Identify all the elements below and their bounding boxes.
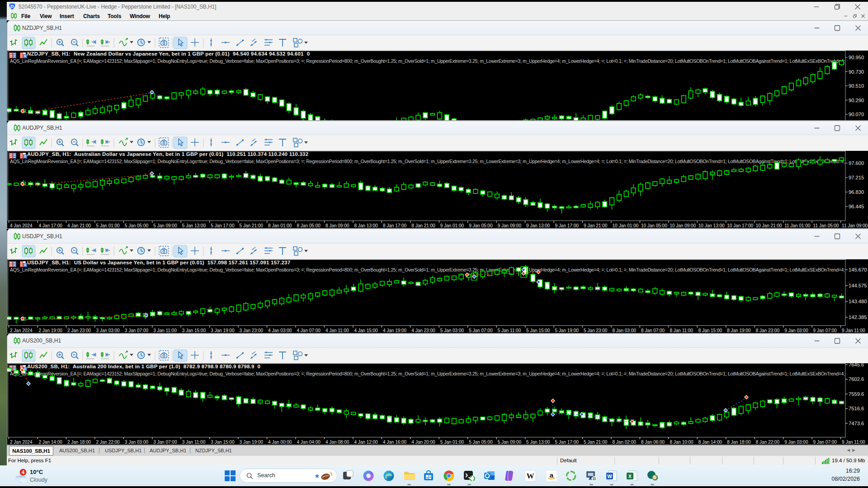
svg-text:8 Jan 17:00: 8 Jan 17:00: [383, 223, 407, 228]
svg-text:90.730: 90.730: [849, 69, 864, 75]
svg-text:2 Jan 22:00: 2 Jan 22:00: [96, 440, 120, 445]
svg-text:3 Jan 07:00: 3 Jan 07:00: [125, 328, 149, 333]
svg-text:4 Jan 12:00: 4 Jan 12:00: [354, 440, 378, 445]
svg-text:9 Jan 09:00: 9 Jan 09:00: [498, 223, 522, 228]
svg-text:5 Jan 13:00: 5 Jan 13:00: [526, 440, 550, 445]
svg-text:X: X: [628, 474, 632, 479]
svg-text:11 Jan 05:00: 11 Jan 05:00: [813, 223, 840, 228]
svg-text:4 Jan 19:00: 4 Jan 19:00: [383, 328, 407, 333]
svg-text:8 Jan 09:00: 8 Jan 09:00: [326, 223, 349, 228]
svg-text:S: S: [653, 475, 656, 480]
svg-text:4 Jan 17:00: 4 Jan 17:00: [39, 223, 63, 228]
svg-text:90.290: 90.290: [849, 98, 864, 103]
svg-text:4 Jan 21:00: 4 Jan 21:00: [67, 223, 91, 228]
svg-text:4 Jan 08:00: 4 Jan 08:00: [326, 440, 349, 445]
svg-text:8 Jan 11:00: 8 Jan 11:00: [670, 328, 693, 333]
svg-text:2 Jan 19:00: 2 Jan 19:00: [39, 328, 63, 333]
svg-text:11 Jan 01:00: 11 Jan 01:00: [784, 223, 811, 228]
svg-text:3 Jan 11:00: 3 Jan 11:00: [153, 328, 177, 333]
svg-text:4 Jan 07:00: 4 Jan 07:00: [297, 328, 321, 333]
svg-text:5 Jan 13:00: 5 Jan 13:00: [182, 223, 206, 228]
svg-text:4: 4: [22, 469, 25, 475]
svg-text:8 Jan 23:00: 8 Jan 23:00: [756, 328, 780, 333]
svg-text:10 Jan 13:00: 10 Jan 13:00: [698, 223, 725, 228]
svg-text:8 Jan 02:00: 8 Jan 02:00: [613, 440, 637, 445]
svg-text:97.215: 97.215: [849, 175, 864, 180]
svg-text:9 Jan 07:00: 9 Jan 07:00: [813, 328, 837, 333]
svg-text:2 Jan 14:00: 2 Jan 14:00: [39, 440, 63, 445]
svg-text:10 Jan 21:00: 10 Jan 21:00: [756, 223, 782, 228]
svg-text:90.510: 90.510: [849, 83, 864, 89]
svg-text:8 Jan 15:00: 8 Jan 15:00: [698, 328, 722, 333]
svg-text:9 Jan 11:00: 9 Jan 11:00: [842, 440, 865, 445]
svg-text:4 Jan 03:00: 4 Jan 03:00: [268, 328, 292, 333]
svg-text:3 Jan 19:00: 3 Jan 19:00: [240, 440, 264, 445]
svg-text:9 Jan 13:00: 9 Jan 13:00: [526, 223, 550, 228]
svg-text:2 Jan 23:00: 2 Jan 23:00: [67, 328, 91, 333]
svg-text:96.445: 96.445: [849, 204, 864, 209]
svg-text:90.070: 90.070: [849, 112, 864, 117]
svg-text:3 Jan 19:00: 3 Jan 19:00: [211, 328, 235, 333]
svg-text:W: W: [527, 472, 534, 480]
svg-text:4 Jan 15:00: 4 Jan 15:00: [354, 328, 378, 333]
svg-text:4 Jan 04:00: 4 Jan 04:00: [297, 440, 321, 445]
svg-text:4 Jan 11:00: 4 Jan 11:00: [326, 328, 349, 333]
svg-text:3 Jan 03:00: 3 Jan 03:00: [96, 328, 120, 333]
svg-text:4 Jan 16:00: 4 Jan 16:00: [383, 440, 407, 445]
svg-text:2 Jan 2024: 2 Jan 2024: [10, 440, 33, 445]
svg-text:10 Jan 05:00: 10 Jan 05:00: [641, 223, 667, 228]
svg-text:3 Jan 07:00: 3 Jan 07:00: [153, 440, 177, 445]
svg-text:5 Jan 09:00: 5 Jan 09:00: [153, 223, 177, 228]
svg-text:9 Jan 03:00: 9 Jan 03:00: [784, 328, 808, 333]
svg-text:9 Jan 21:00: 9 Jan 21:00: [584, 223, 608, 228]
svg-text:5 Jan 05:00: 5 Jan 05:00: [125, 223, 149, 228]
svg-text:5 Jan 15:00: 5 Jan 15:00: [526, 328, 550, 333]
svg-text:9 Jan 17:00: 9 Jan 17:00: [555, 223, 579, 228]
svg-text:3 Jan 23:00: 3 Jan 23:00: [240, 328, 264, 333]
svg-text:3 Jan 15:00: 3 Jan 15:00: [211, 440, 235, 445]
svg-text:8 Jan 14:00: 8 Jan 14:00: [698, 440, 722, 445]
svg-text:8 Jan 06:00: 8 Jan 06:00: [641, 440, 665, 445]
svg-text:90.950: 90.950: [849, 55, 864, 60]
svg-text:5 Jan 09:00: 5 Jan 09:00: [498, 440, 522, 445]
svg-text:144.575: 144.575: [849, 283, 867, 288]
svg-text:7559.6: 7559.6: [849, 391, 864, 397]
svg-text:3 Jan 11:00: 3 Jan 11:00: [182, 440, 206, 445]
svg-text:5 Jan 01:00: 5 Jan 01:00: [440, 440, 464, 445]
svg-text:5 Jan 01:00: 5 Jan 01:00: [96, 223, 120, 228]
svg-text:W: W: [607, 474, 612, 479]
svg-text:5 Jan 17:00: 5 Jan 17:00: [211, 223, 235, 228]
svg-text:7473.6: 7473.6: [849, 421, 864, 426]
svg-text:142.385: 142.385: [849, 314, 867, 320]
svg-text:9 Jan 03:00: 9 Jan 03:00: [784, 440, 808, 445]
svg-text:4 Jan 23:00: 4 Jan 23:00: [411, 328, 435, 333]
svg-text:9 Jan 01:00: 9 Jan 01:00: [440, 223, 464, 228]
svg-text:4 Jan 20:00: 4 Jan 20:00: [411, 440, 435, 445]
svg-text:10 Jan 09:00: 10 Jan 09:00: [670, 223, 696, 228]
svg-text:145.670: 145.670: [849, 267, 867, 272]
svg-text:143.480: 143.480: [849, 299, 867, 304]
svg-text:9 Jan 05:00: 9 Jan 05:00: [469, 223, 493, 228]
svg-text:5 Jan 05:00: 5 Jan 05:00: [469, 440, 493, 445]
svg-text:8 Jan 19:00: 8 Jan 19:00: [727, 328, 751, 333]
svg-text:7602.6: 7602.6: [849, 376, 864, 382]
svg-text:5 Jan 17:00: 5 Jan 17:00: [555, 440, 579, 445]
svg-text:8 Jan 13:00: 8 Jan 13:00: [354, 223, 378, 228]
svg-text:5 Jan 23:00: 5 Jan 23:00: [584, 328, 608, 333]
svg-text:3 Jan 03:00: 3 Jan 03:00: [125, 440, 149, 445]
svg-text:4 Jan 00:00: 4 Jan 00:00: [268, 440, 292, 445]
svg-text:5 Jan 11:00: 5 Jan 11:00: [498, 328, 521, 333]
svg-text:8 Jan 07:00: 8 Jan 07:00: [641, 328, 665, 333]
svg-text:7516.6: 7516.6: [849, 406, 864, 411]
svg-text:5 Jan 03:00: 5 Jan 03:00: [440, 328, 464, 333]
svg-text:9 Jan 07:00: 9 Jan 07:00: [813, 440, 837, 445]
svg-text:96.830: 96.830: [849, 189, 864, 195]
svg-text:7645.6: 7645.6: [849, 363, 864, 367]
svg-text:10 Jan 17:00: 10 Jan 17:00: [727, 223, 753, 228]
svg-text:97.600: 97.600: [849, 160, 864, 166]
svg-text:4 Jan 2024: 4 Jan 2024: [10, 223, 33, 228]
svg-text:2 Jan 18:00: 2 Jan 18:00: [67, 440, 91, 445]
svg-text:5 Jan 21:00: 5 Jan 21:00: [240, 223, 264, 228]
svg-text:8 Jan 03:00: 8 Jan 03:00: [613, 328, 637, 333]
svg-text:5 Jan 21:00: 5 Jan 21:00: [584, 440, 608, 445]
